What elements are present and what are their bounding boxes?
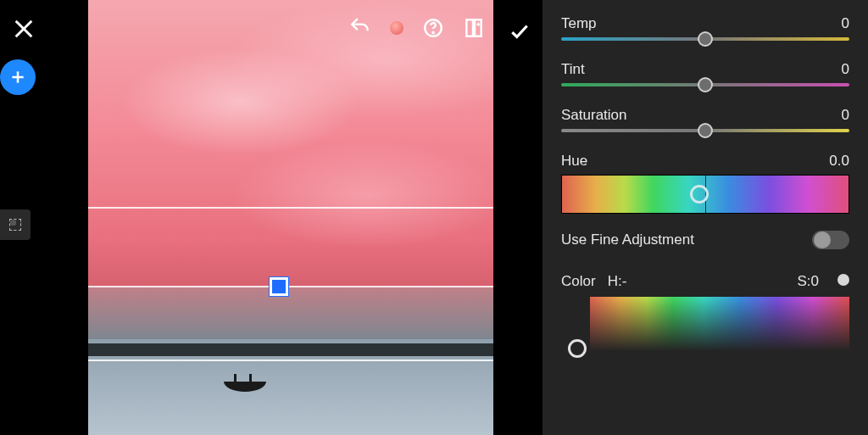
color-picker-header: Color H:- S:0 [561, 273, 849, 290]
undo-icon [349, 17, 371, 39]
add-mask-button[interactable] [0, 59, 36, 95]
copy-edits-button[interactable] [463, 17, 485, 39]
color-s-label: S:0 [797, 273, 819, 290]
hue-slider[interactable] [561, 175, 849, 214]
apply-button[interactable] [509, 20, 531, 42]
tint-value: 0 [842, 61, 849, 78]
color-h-label: H:- [608, 273, 627, 290]
saturation-slider-group: Saturation 0 [561, 107, 849, 132]
color-picker[interactable] [561, 297, 849, 368]
hue-slider-group: Hue 0.0 [561, 153, 849, 214]
tint-label: Tint [561, 61, 585, 78]
color-label: Color [561, 273, 596, 290]
color-swatch[interactable] [837, 274, 849, 286]
undo-button[interactable] [349, 17, 371, 39]
help-icon [422, 17, 444, 39]
canvas-toolbar [349, 17, 485, 39]
hue-label: Hue [561, 153, 587, 170]
mask-drawer-button[interactable] [0, 209, 31, 240]
gradient-handle[interactable] [270, 277, 288, 296]
svg-rect-6 [466, 20, 473, 36]
saturation-thumb[interactable] [698, 123, 713, 138]
temp-label: Temp [561, 15, 597, 32]
fine-adjustment-label: Use Fine Adjustment [561, 231, 694, 248]
color-picker-gradient[interactable] [590, 297, 849, 351]
color-picker-thumb[interactable] [568, 339, 587, 358]
edited-photo [88, 0, 493, 435]
saturation-label: Saturation [561, 107, 627, 124]
saturation-slider[interactable] [561, 129, 849, 132]
tint-slider[interactable] [561, 83, 849, 86]
temp-thumb[interactable] [698, 31, 713, 47]
adjustments-panel: Temp 0 Tint 0 Saturation 0 Hue 0.0 [542, 0, 868, 435]
recording-indicator [390, 21, 403, 35]
left-toolbar [0, 0, 88, 435]
saturation-value: 0 [842, 107, 849, 124]
tint-thumb[interactable] [698, 77, 713, 92]
image-canvas[interactable] [88, 0, 493, 435]
svg-point-5 [432, 32, 433, 33]
hue-value: 0.0 [829, 153, 849, 170]
close-button[interactable] [12, 17, 36, 41]
svg-rect-7 [475, 20, 481, 36]
selection-icon [9, 219, 21, 231]
gradient-line-middle[interactable] [88, 286, 493, 287]
gradient-line-bottom[interactable] [88, 360, 493, 361]
gradient-line-top[interactable] [88, 207, 493, 209]
fine-adjustment-row: Use Fine Adjustment [561, 231, 849, 249]
tint-slider-group: Tint 0 [561, 61, 849, 86]
temp-slider[interactable] [561, 37, 849, 41]
close-icon [12, 17, 36, 41]
help-button[interactable] [422, 17, 444, 39]
hue-thumb[interactable] [690, 185, 709, 204]
copy-edits-icon [463, 17, 485, 39]
plus-icon [9, 69, 26, 86]
check-icon [509, 20, 531, 42]
toggle-knob [814, 231, 831, 248]
temp-value: 0 [842, 15, 849, 32]
temp-slider-group: Temp 0 [561, 15, 849, 41]
fine-adjustment-toggle[interactable] [812, 231, 849, 249]
canvas-gap [493, 0, 541, 435]
